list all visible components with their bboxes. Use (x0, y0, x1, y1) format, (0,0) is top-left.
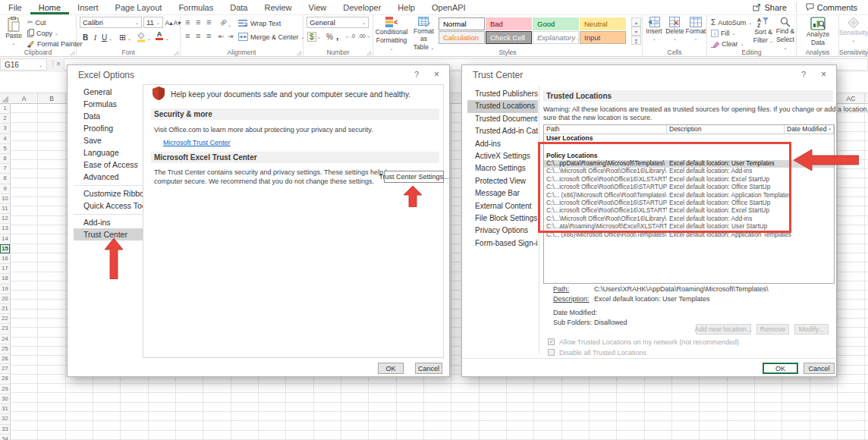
percent-style-button[interactable]: % (326, 33, 333, 41)
trust-sidebar-item[interactable]: ActiveX Settings (467, 150, 538, 162)
style-gallery-cell[interactable]: Input (580, 31, 626, 44)
options-cancel-button[interactable]: Cancel (415, 363, 442, 374)
ribbon-tab[interactable]: OpenAPI (423, 0, 474, 14)
ribbon-tab[interactable]: Review (256, 0, 300, 14)
row-header[interactable]: 13 (0, 224, 10, 234)
row-header[interactable]: 29 (0, 385, 10, 394)
options-sidebar-item[interactable]: Data (74, 110, 143, 122)
wrap-text-button[interactable]: Wrap Text (238, 18, 281, 28)
decrease-decimal-button[interactable]: .00→ (358, 33, 371, 39)
comments-button[interactable]: Comments (800, 0, 863, 15)
trust-sidebar-item[interactable]: Trusted Documents (467, 113, 538, 125)
ribbon-tab[interactable]: Formulas (170, 0, 222, 14)
format-as-table-button[interactable]: Format as Table ⌄ (410, 15, 438, 51)
row-header[interactable]: 14 (0, 234, 10, 244)
trust-sidebar-item[interactable]: Macro Settings (467, 162, 538, 174)
row-header[interactable]: 21 (0, 304, 10, 314)
bold-button[interactable]: B (80, 32, 90, 42)
row-header[interactable]: 25 (0, 344, 10, 354)
trust-sidebar-item[interactable]: Privacy Options (467, 225, 538, 237)
chevron-down-icon[interactable]: ⌄ (147, 36, 151, 41)
dialog-launcher-icon[interactable]: ◿ (367, 50, 371, 55)
font-family-combo[interactable]: Calibri ⌄ (80, 17, 142, 28)
format-cells-button[interactable]: Format ⌄ (686, 15, 706, 42)
gallery-down-button[interactable]: ▾ (631, 27, 641, 36)
row-header[interactable]: 20 (0, 294, 10, 304)
font-color-button[interactable]: A (156, 31, 163, 40)
style-gallery-cell[interactable]: Bad (486, 17, 532, 30)
select-all-corner[interactable] (2, 96, 8, 102)
align-bottom-icon[interactable]: ≡ (206, 18, 211, 27)
chevron-down-icon[interactable]: ⌄ (165, 36, 169, 41)
increase-indent-icon[interactable]: ⇥ (228, 33, 234, 40)
ribbon-tab[interactable]: View (300, 0, 335, 14)
column-header-date-modified[interactable]: Date Modified ▾ (785, 125, 834, 134)
row-header[interactable]: 16 (0, 254, 10, 264)
trust-sidebar-item[interactable]: Add-ins (467, 138, 538, 150)
trust-center-settings-button[interactable]: Trust Center Settings... (384, 171, 444, 183)
ribbon-tab[interactable]: Help (389, 0, 423, 14)
autosum-button[interactable]: Σ AutoSum ⌄ (711, 17, 752, 27)
trust-sidebar-item[interactable]: Message Bar (467, 187, 538, 200)
gallery-up-button[interactable]: ▴ (631, 17, 641, 27)
font-size-combo[interactable]: 11 ⌄ (143, 17, 163, 28)
ribbon-tab[interactable]: Insert (69, 0, 107, 14)
column-header-ac[interactable]: AC (838, 93, 865, 104)
options-sidebar-item[interactable]: Save (74, 134, 143, 146)
trust-sidebar-item[interactable]: Protected View (467, 175, 538, 187)
row-header[interactable]: 15 (0, 244, 10, 254)
dialog-launcher-icon[interactable]: ◿ (71, 50, 74, 55)
options-sidebar-item[interactable]: Formulas (74, 98, 143, 110)
align-top-icon[interactable]: ≡ (185, 18, 190, 27)
row-header[interactable]: 10 (0, 194, 10, 204)
paste-button[interactable]: Paste ⌄ (2, 15, 25, 46)
row-header[interactable]: 18 (0, 274, 10, 284)
chevron-down-icon[interactable]: ⌄ (108, 36, 112, 41)
fill-button[interactable]: ↓ Fill ⌄ (711, 28, 736, 38)
style-gallery-cell[interactable]: Good (533, 17, 579, 30)
row-header[interactable]: 11 (0, 204, 10, 214)
find-select-button[interactable]: Find & Select ⌄ (775, 15, 796, 51)
row-header[interactable]: 6 (0, 154, 10, 164)
row-header[interactable]: 31 (0, 404, 10, 414)
row-header[interactable]: 33 (0, 425, 10, 435)
column-header-description[interactable]: Description (667, 125, 785, 134)
row-header[interactable]: 2 (0, 114, 10, 124)
insert-cells-button[interactable]: Insert ⌄ (644, 15, 664, 42)
cancel-entry-icon[interactable]: × (56, 60, 61, 68)
row-header[interactable]: 19 (0, 284, 10, 294)
align-left-icon[interactable]: ≡ (185, 32, 190, 40)
comma-style-button[interactable]: , (336, 31, 338, 42)
row-header[interactable]: 1 (0, 104, 10, 114)
clear-button[interactable]: Clear ⌄ (711, 39, 744, 49)
row-header[interactable]: 5 (0, 144, 10, 154)
accounting-format-button[interactable]: $ ⌄ (307, 32, 321, 42)
row-header[interactable]: 32 (0, 414, 10, 424)
row-header[interactable]: 7 (0, 164, 10, 174)
decrease-indent-icon[interactable]: ⇤ (219, 33, 225, 40)
style-gallery-cell[interactable]: Neutral (580, 17, 626, 30)
gallery-more-button[interactable]: ▾ (631, 36, 641, 45)
trust-sidebar-item[interactable]: Trusted Add-in Catalogs (467, 125, 538, 137)
dialog-launcher-icon[interactable]: ◿ (175, 50, 178, 55)
row-header[interactable]: 30 (0, 394, 10, 404)
style-gallery-cell[interactable]: Check Cell (486, 31, 532, 44)
trust-sidebar-item[interactable]: Trusted Locations (467, 100, 538, 112)
ribbon-tab[interactable]: Home (30, 0, 69, 14)
style-gallery-cell[interactable]: Explanatory ... (533, 31, 579, 44)
options-sidebar-item[interactable]: Advanced (74, 171, 143, 186)
sort-filter-button[interactable]: AZ Sort & Filter ⌄ (753, 15, 774, 45)
column-header-path[interactable]: Path (544, 125, 667, 134)
column-header-a[interactable]: A (11, 93, 38, 104)
chevron-down-icon[interactable]: ⌄ (228, 22, 231, 27)
help-icon[interactable]: ? (414, 70, 419, 79)
copy-button[interactable]: Copy ⌄ (27, 28, 58, 38)
number-format-combo[interactable]: General ⌄ (307, 17, 369, 28)
row-header[interactable]: 4 (0, 134, 10, 144)
options-sidebar-item[interactable]: Add-ins (74, 216, 143, 228)
trust-center-cancel-button[interactable]: Cancel (804, 363, 835, 374)
row-header[interactable]: 3 (0, 124, 10, 134)
merge-center-button[interactable]: Merge & Center ⌄ (238, 32, 305, 42)
row-header[interactable]: 22 (0, 314, 10, 324)
delete-cells-button[interactable]: × Delete ⌄ (665, 15, 685, 42)
